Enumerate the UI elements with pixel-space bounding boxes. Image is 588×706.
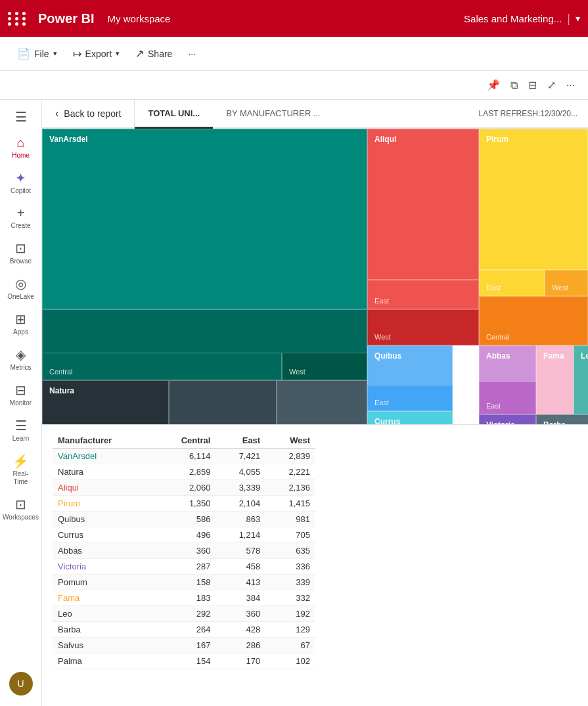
table-row[interactable]: Salvus16728667	[53, 638, 315, 653]
file-button[interactable]: 📄 File ▾	[11, 43, 64, 64]
treemap-cell[interactable]: West	[545, 270, 588, 296]
cell-value: 635	[265, 543, 315, 559]
workspace-label[interactable]: My workspace	[108, 13, 171, 24]
learn-icon: ☰	[15, 418, 27, 433]
browse-icon: ⊡	[15, 240, 26, 256]
cell-value: 2,221	[265, 464, 315, 480]
cell-value: 154	[154, 653, 216, 669]
treemap-cell-sublabel: Central	[45, 366, 76, 377]
more-button[interactable]: ···	[181, 45, 202, 63]
cell-value: 458	[215, 559, 265, 575]
cell-value: 192	[265, 606, 315, 622]
sidebar-item-workspaces[interactable]: ⊡ Workspaces	[4, 493, 38, 525]
cell-value: 287	[154, 559, 216, 575]
table-row[interactable]: Aliqui2,0603,3392,136	[53, 480, 315, 496]
treemap-cell[interactable]: East	[367, 385, 453, 411]
cell-manufacturer: Natura	[53, 464, 154, 480]
copy-icon[interactable]: ⧉	[508, 77, 520, 94]
app-launcher-button[interactable]	[8, 12, 28, 26]
tab-total-units[interactable]: TOTAL UNI...	[135, 100, 213, 129]
treemap-cell[interactable]: Central	[479, 296, 588, 345]
cell-value: 2,839	[265, 449, 315, 464]
cell-value: 339	[265, 575, 315, 590]
cell-value: 183	[154, 590, 216, 606]
treemap-cell[interactable]: East	[479, 270, 545, 296]
sidebar-item-home[interactable]: ⌂ Home	[4, 131, 38, 164]
table-header-row: Manufacturer Central East West	[53, 433, 315, 449]
focus-mode-icon[interactable]: ⤢	[545, 76, 558, 94]
sidebar-item-learn[interactable]: ☰ Learn	[4, 414, 38, 447]
realtime-icon: ⚡	[12, 453, 29, 469]
table-row[interactable]: VanArsdel6,1147,4212,839	[53, 449, 315, 464]
cell-value: 384	[215, 590, 265, 606]
sidebar-item-browse[interactable]: ⊡ Browse	[4, 236, 38, 269]
treemap-chart: VanArsdelEastCentralWestNaturaCentralWes…	[42, 129, 588, 424]
treemap-cell[interactable]: West	[282, 353, 367, 380]
back-to-report-button[interactable]: ‹ Back to report	[42, 100, 135, 127]
workspaces-icon: ⊡	[15, 496, 26, 512]
table-container: Manufacturer Central East West VanArsdel…	[42, 424, 588, 706]
table-row[interactable]: Fama183384332	[53, 590, 315, 606]
treemap-cell[interactable]: Central	[42, 353, 282, 380]
user-avatar[interactable]: U	[9, 672, 33, 695]
report-name-text: Sales and Marketing...	[464, 13, 562, 24]
share-button[interactable]: ↗ Share	[129, 43, 179, 64]
treemap-cell[interactable]: Central	[169, 380, 277, 424]
report-dropdown-button[interactable]: ▾	[576, 13, 580, 24]
treemap-cell[interactable]: Leo	[574, 345, 588, 414]
sidebar-item-copilot[interactable]: ✦ Copilot	[4, 166, 38, 199]
home-icon: ⌂	[16, 135, 24, 150]
treemap-cell[interactable]: East	[479, 382, 536, 414]
treemap-cell[interactable]: Currus	[367, 411, 453, 424]
sidebar-copilot-label: Copilot	[11, 187, 31, 195]
treemap-cell[interactable]: Victoria	[479, 414, 536, 424]
cell-value: 129	[265, 622, 315, 638]
table-row[interactable]: Currus4961,214705	[53, 527, 315, 543]
share-icon: ↗	[135, 47, 144, 60]
treemap-cell-label: Currus	[371, 414, 404, 424]
treemap-cell[interactable]: Aliqui	[367, 129, 479, 280]
table-row[interactable]: Leo292360192	[53, 606, 315, 622]
more-icon: ···	[188, 49, 196, 59]
cell-value: 413	[215, 575, 265, 590]
treemap-cell[interactable]: Natura	[42, 380, 169, 424]
treemap-cell[interactable]: Pirum	[479, 129, 588, 270]
table-row[interactable]: Barba264428129	[53, 622, 315, 638]
sidebar-item-monitor[interactable]: ⊟ Monitor	[4, 378, 38, 411]
treemap-cell-label: Barba	[539, 418, 570, 424]
tab-by-manufacturer[interactable]: BY MANUFACTURER ...	[213, 100, 334, 129]
sidebar-monitor-label: Monitor	[10, 399, 32, 407]
sidebar-item-apps[interactable]: ⊞ Apps	[4, 307, 38, 340]
cell-value: 6,114	[154, 449, 216, 464]
treemap-cell[interactable]: Barba	[536, 414, 588, 424]
more-options-icon[interactable]: ···	[564, 77, 577, 94]
cell-value: 67	[265, 638, 315, 653]
filter-icon[interactable]: ⊟	[526, 76, 539, 94]
table-row[interactable]: Quibus586863981	[53, 512, 315, 527]
pin-icon[interactable]: 📌	[484, 76, 503, 94]
treemap-cell-sublabel: East	[371, 397, 393, 408]
table-row[interactable]: Palma154170102	[53, 653, 315, 669]
table-row[interactable]: Victoria287458336	[53, 559, 315, 575]
treemap-cell[interactable]: East	[367, 280, 479, 309]
sidebar-item-metrics[interactable]: ◈ Metrics	[4, 343, 38, 376]
treemap-cell[interactable]: VanArsdel	[42, 129, 367, 309]
sidebar-item-menu[interactable]: ☰	[4, 105, 38, 129]
table-row[interactable]: Natura2,8594,0552,221	[53, 464, 315, 480]
sidebar-item-onelake[interactable]: ◎ OneLake	[4, 272, 38, 305]
treemap-container[interactable]: VanArsdelEastCentralWestNaturaCentralWes…	[42, 129, 588, 424]
treemap-cell[interactable]: Fama	[536, 345, 574, 414]
cell-manufacturer: Palma	[53, 653, 154, 669]
table-row[interactable]: Abbas360578635	[53, 543, 315, 559]
treemap-cell[interactable]: West	[277, 380, 367, 424]
sidebar-item-realtime[interactable]: ⚡ Real-Time	[4, 449, 38, 490]
sidebar-item-create[interactable]: + Create	[4, 202, 38, 234]
export-button[interactable]: ↦ Export ▾	[66, 43, 126, 64]
cell-value: 863	[215, 512, 265, 527]
treemap-cell[interactable]: West	[367, 309, 479, 345]
cell-value: 981	[265, 512, 315, 527]
table-row[interactable]: Pirum1,3502,1041,415	[53, 496, 315, 512]
table-row[interactable]: Pomum158413339	[53, 575, 315, 590]
sidebar-metrics-label: Metrics	[10, 364, 31, 372]
treemap-cell-sublabel: East	[371, 296, 393, 306]
